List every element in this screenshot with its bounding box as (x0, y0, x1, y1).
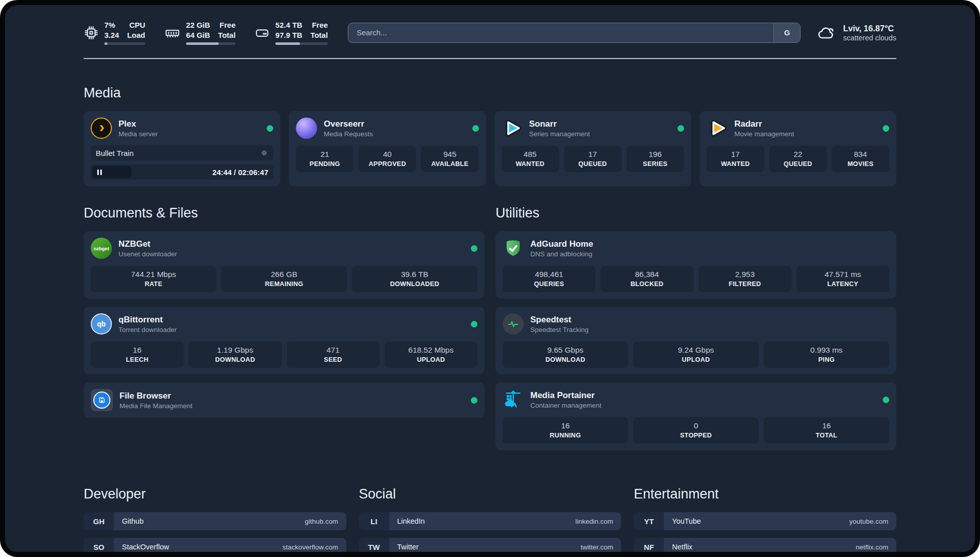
app-name: Overseerr (324, 119, 373, 129)
app-name: Speedtest (530, 315, 589, 325)
search-engine-button[interactable]: G (773, 23, 800, 42)
free-label: Free (311, 20, 328, 30)
stat-upload: 9.24 Gbps UPLOAD (633, 342, 759, 368)
stat-available: 945 AVAILABLE (421, 146, 478, 172)
disk-progress-bar (275, 42, 328, 45)
stat-downloaded: 39.6 TB DOWNLOADED (352, 266, 477, 292)
app-description: Media File Management (119, 402, 193, 410)
link-abbr: TW (359, 538, 389, 552)
stat-download: 9.65 Gbps DOWNLOAD (503, 342, 628, 368)
link-abbr: SO (84, 538, 114, 552)
now-playing-row: Bullet Train (91, 145, 273, 160)
stat-queued: 22 QUEUED (769, 146, 827, 172)
weather-location: Lviv, 16.87°C (843, 24, 896, 33)
filebrowser-icon (91, 389, 113, 411)
app-card-overseerr[interactable]: Overseerr Media Requests 21 PENDING 40 A… (289, 111, 485, 186)
cpu-icon (84, 25, 99, 40)
link-linkedin[interactable]: LI LinkedIn linkedin.com (359, 512, 622, 530)
section-title-developer: Developer (84, 486, 346, 502)
link-youtube[interactable]: YT YouTube youtube.com (634, 512, 896, 530)
link-stackoverflow[interactable]: SO StackOverflow stackoverflow.com (84, 538, 346, 552)
memory-stat: 22 GiB Free 64 GiB Total (164, 20, 235, 45)
app-card-radarr[interactable]: Radarr Movie management 17 WANTED 22 QUE… (700, 111, 896, 186)
status-dot (267, 125, 273, 132)
ram-progress-bar (186, 42, 235, 45)
app-card-portainer[interactable]: Media Portainer Container management 16 … (496, 382, 896, 450)
search-input[interactable] (348, 23, 773, 42)
link-twitter[interactable]: TW Twitter twitter.com (359, 538, 622, 552)
link-name: YouTube (672, 517, 701, 525)
system-stats: 7% CPU 3.24 Load 22 GiB Free 6 (84, 20, 328, 45)
app-card-sonarr[interactable]: Sonarr Series management 485 WANTED 17 Q… (495, 111, 691, 186)
link-url: linkedin.com (575, 518, 613, 525)
total-label: Total (218, 30, 236, 40)
app-name: Plex (118, 119, 158, 129)
app-description: Series management (529, 130, 590, 138)
app-card-adguard[interactable]: AdGuard Home DNS and adblocking 498,461 … (496, 231, 896, 299)
status-dot (678, 125, 684, 132)
weather-widget: Lviv, 16.87°C scattered clouds (815, 23, 896, 43)
load-label: Load (127, 30, 145, 40)
app-card-plex[interactable]: Plex Media server Bullet Train (84, 111, 280, 186)
link-abbr: LI (359, 512, 389, 530)
stat-wanted: 485 WANTED (502, 146, 559, 172)
section-entertainment: Entertainment YT YouTube youtube.com NF … (634, 486, 896, 552)
section-title-social: Social (359, 486, 622, 502)
speedtest-icon (503, 313, 524, 335)
section-developer: Developer GH Github github.com SO StackO… (84, 486, 346, 552)
stat-approved: 40 APPROVED (358, 146, 416, 172)
link-github[interactable]: GH Github github.com (84, 512, 346, 530)
sonarr-icon (502, 118, 523, 139)
status-dot (472, 125, 479, 132)
dashboard: 7% CPU 3.24 Load 22 GiB Free 6 (5, 5, 975, 552)
ram-icon (164, 25, 180, 40)
app-description: Usenet downloader (118, 250, 177, 258)
status-dot (883, 125, 889, 132)
player-progress-pill (92, 166, 132, 178)
stat-upload: 618.52 Mbps UPLOAD (385, 342, 477, 368)
app-name: Media Portainer (530, 391, 601, 401)
disk-free-value: 52.4 TB (275, 20, 302, 30)
search-bar: G (348, 23, 801, 43)
app-card-nzbget[interactable]: nzbget NZBGet Usenet downloader 744.21 M… (84, 231, 484, 299)
status-dot (471, 397, 477, 404)
link-url: github.com (305, 518, 338, 525)
link-abbr: NF (634, 538, 664, 552)
cpu-stat: 7% CPU 3.24 Load (84, 20, 145, 45)
app-name: Radarr (734, 119, 794, 129)
app-card-filebrowser[interactable]: File Browser Media File Management (84, 382, 484, 418)
link-url: youtube.com (849, 518, 888, 525)
disk-icon (255, 25, 270, 40)
link-netflix[interactable]: NF Netflix netflix.com (634, 538, 896, 552)
nzbget-icon: nzbget (91, 238, 112, 259)
stat-rate: 744.21 Mbps RATE (91, 266, 216, 292)
ram-free-value: 22 GiB (186, 20, 210, 30)
app-name: NZBGet (118, 239, 177, 249)
status-dot (471, 245, 477, 252)
link-url: stackoverflow.com (282, 543, 338, 551)
stat-pending: 21 PENDING (296, 146, 353, 172)
stat-remaining: 266 GB REMAINING (221, 266, 347, 292)
app-description: Container management (530, 402, 601, 409)
stat-queries: 498,461 QUERIES (503, 266, 595, 292)
section-media: Media Plex Media server Bullet Train (84, 85, 896, 186)
stat-latency: 47.571 ms LATENCY (797, 266, 889, 292)
app-card-qbittorrent[interactable]: qb qBittorrent Torrent downloader 16 LEE… (84, 307, 484, 374)
app-description: DNS and adblocking (530, 250, 593, 258)
stat-stopped: 0 STOPPED (633, 417, 759, 443)
stat-movies: 834 MOVIES (832, 146, 889, 172)
gear-icon[interactable] (260, 149, 268, 157)
pause-icon (97, 170, 99, 175)
link-abbr: GH (84, 512, 114, 530)
storage-stat: 52.4 TB Free 97.9 TB Total (255, 20, 328, 45)
section-utilities: Utilities AdGuard Home DNS and adblockin… (496, 205, 896, 458)
link-name: Netflix (672, 543, 692, 551)
player-progress-row[interactable]: 24:44 / 02:06:47 (91, 164, 273, 180)
stat-seed: 471 SEED (287, 342, 380, 368)
app-card-speedtest[interactable]: Speedtest Speedtest Tracking 9.65 Gbps D… (496, 307, 896, 374)
section-social: Social LI LinkedIn linkedin.com TW Twitt… (359, 486, 622, 552)
link-url: netflix.com (855, 543, 888, 551)
cpu-usage-value: 7% (104, 20, 119, 30)
cloud-icon (815, 23, 837, 43)
app-description: Torrent downloader (118, 326, 177, 333)
